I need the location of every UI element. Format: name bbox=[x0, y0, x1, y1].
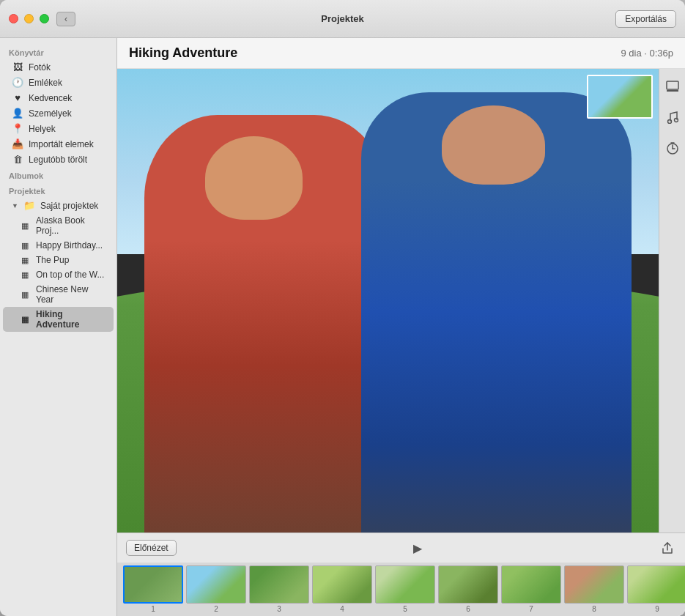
svg-rect-1 bbox=[667, 90, 678, 92]
filmstrip-thumb-9[interactable] bbox=[627, 565, 685, 604]
sidebar-item-my-projects[interactable]: ▼ 📁 Saját projektek bbox=[3, 198, 114, 213]
close-button[interactable] bbox=[9, 14, 18, 23]
maximize-button[interactable] bbox=[40, 14, 49, 23]
timer-tool[interactable] bbox=[664, 139, 681, 157]
filmstrip-num-8: 8 bbox=[592, 605, 596, 613]
places-icon: 📍 bbox=[12, 123, 23, 134]
filmstrip-thumb-5[interactable] bbox=[375, 565, 435, 604]
sidebar-imported-label: Importált elemek bbox=[29, 139, 94, 149]
share-button[interactable] bbox=[659, 539, 676, 557]
filmstrip-item-7[interactable]: 7 bbox=[501, 565, 561, 613]
alaska-label: Alaska Book Proj... bbox=[36, 215, 105, 236]
library-header: Könyvtár bbox=[0, 44, 116, 59]
back-icon: ‹ bbox=[64, 14, 67, 24]
sidebar-photos-label: Fotók bbox=[29, 62, 51, 73]
sidebar-item-deleted[interactable]: 🗑 Legutóbb törölt bbox=[3, 152, 114, 167]
filmstrip-thumb-7[interactable] bbox=[501, 565, 561, 604]
on-top-icon: ▦ bbox=[19, 270, 31, 280]
svg-point-2 bbox=[667, 120, 671, 124]
filmstrip-item-4[interactable]: 4 bbox=[312, 565, 372, 613]
filmstrip-num-7: 7 bbox=[529, 605, 533, 613]
filmstrip-item-3[interactable]: 3 bbox=[249, 565, 309, 613]
filmstrip-num-3: 3 bbox=[277, 605, 281, 613]
project-title: Hiking Adventure bbox=[129, 45, 237, 61]
filmstrip-num-6: 6 bbox=[466, 605, 470, 613]
sidebar-item-photos[interactable]: 🖼 Fotók bbox=[3, 59, 114, 75]
chinese-new-year-icon: ▦ bbox=[19, 290, 31, 300]
pup-icon: ▦ bbox=[19, 256, 31, 265]
filmstrip-thumb-6[interactable] bbox=[438, 565, 498, 604]
export-button[interactable]: Exportálás bbox=[615, 10, 676, 28]
sidebar-item-memories[interactable]: 🕐 Emlékek bbox=[3, 75, 114, 90]
filmstrip-num-1: 1 bbox=[151, 605, 155, 613]
sidebar-item-people[interactable]: 👤 Személyek bbox=[3, 105, 114, 121]
main-area: Könyvtár 🖼 Fotók 🕐 Emlékek ♥ Kedvencek 👤… bbox=[0, 38, 685, 616]
sidebar-item-places[interactable]: 📍 Helyek bbox=[3, 121, 114, 136]
sidebar-item-birthday[interactable]: ▦ Happy Birthday... bbox=[3, 238, 114, 253]
filmstrip-num-4: 4 bbox=[340, 605, 344, 613]
hiking-icon: ▦ bbox=[19, 315, 31, 324]
filmstrip-thumb-3[interactable] bbox=[249, 565, 309, 604]
viewer-area bbox=[117, 69, 685, 532]
favorites-icon: ♥ bbox=[12, 92, 23, 103]
albums-header: Albumok bbox=[0, 167, 116, 182]
birthday-label: Happy Birthday... bbox=[36, 240, 103, 251]
expand-icon: ▼ bbox=[12, 202, 18, 209]
filmstrip-thumb-8[interactable] bbox=[564, 565, 624, 604]
sidebar-item-hiking[interactable]: ▦ Hiking Adventure bbox=[3, 307, 114, 332]
my-projects-label: Saját projektek bbox=[40, 201, 98, 211]
person-woman bbox=[144, 115, 388, 532]
bottom-area: Előnézet ▶ 1 bbox=[117, 532, 685, 616]
sidebar-item-pup[interactable]: ▦ The Pup bbox=[3, 253, 114, 267]
preview-button[interactable]: Előnézet bbox=[126, 540, 177, 556]
on-top-label: On top of the W... bbox=[36, 270, 104, 280]
people-icon: 👤 bbox=[12, 108, 23, 119]
filmstrip-thumb-2[interactable] bbox=[186, 565, 246, 604]
sidebar-item-alaska[interactable]: ▦ Alaska Book Proj... bbox=[3, 213, 114, 238]
app-window: ‹ Projektek Exportálás Könyvtár 🖼 Fotók … bbox=[0, 0, 685, 616]
minimize-button[interactable] bbox=[24, 14, 34, 23]
sidebar-item-chinese-new-year[interactable]: ▦ Chinese New Year bbox=[3, 282, 114, 307]
thumbnail-tool[interactable] bbox=[664, 78, 681, 95]
project-header: Hiking Adventure 9 dia · 0:36p bbox=[117, 38, 685, 69]
filmstrip-num-5: 5 bbox=[403, 605, 407, 613]
project-meta: 9 dia · 0:36p bbox=[621, 48, 673, 59]
music-tool[interactable] bbox=[664, 108, 681, 126]
window-controls bbox=[9, 14, 49, 23]
imported-icon: 📥 bbox=[12, 138, 23, 149]
slide-thumbnail-overlay bbox=[587, 75, 653, 119]
filmstrip-item-8[interactable]: 8 bbox=[564, 565, 624, 613]
person-man bbox=[361, 92, 632, 532]
play-button[interactable]: ▶ bbox=[407, 538, 428, 558]
sidebar-item-imported[interactable]: 📥 Importált elemek bbox=[3, 136, 114, 152]
filmstrip-item-5[interactable]: 5 bbox=[375, 565, 435, 613]
back-button[interactable]: ‹ bbox=[56, 12, 75, 26]
sidebar-deleted-label: Legutóbb törölt bbox=[29, 155, 87, 165]
photos-icon: 🖼 bbox=[12, 62, 23, 73]
sidebar-item-favorites[interactable]: ♥ Kedvencek bbox=[3, 90, 114, 105]
playback-controls: Előnézet ▶ bbox=[117, 533, 685, 563]
slide-container[interactable] bbox=[117, 69, 659, 532]
tools-sidebar bbox=[659, 69, 685, 532]
filmstrip: 1 2 3 4 5 bbox=[117, 563, 685, 616]
hiking-label: Hiking Adventure bbox=[36, 309, 105, 330]
svg-rect-0 bbox=[667, 81, 678, 89]
filmstrip-item-6[interactable]: 6 bbox=[438, 565, 498, 613]
titlebar: ‹ Projektek Exportálás bbox=[0, 0, 685, 38]
sidebar-memories-label: Emlékek bbox=[29, 78, 62, 88]
filmstrip-thumb-1[interactable] bbox=[123, 565, 183, 604]
svg-point-3 bbox=[674, 119, 678, 122]
filmstrip-item-2[interactable]: 2 bbox=[186, 565, 246, 613]
filmstrip-thumb-4[interactable] bbox=[312, 565, 372, 604]
sidebar-places-label: Helyek bbox=[29, 124, 56, 134]
alaska-icon: ▦ bbox=[19, 221, 31, 231]
projects-header: Projektek bbox=[0, 182, 116, 198]
sidebar-people-label: Személyek bbox=[29, 108, 72, 119]
slide-image bbox=[117, 69, 659, 532]
sidebar-item-on-top[interactable]: ▦ On top of the W... bbox=[3, 267, 114, 282]
filmstrip-item-9[interactable]: 9 bbox=[627, 565, 685, 613]
sidebar: Könyvtár 🖼 Fotók 🕐 Emlékek ♥ Kedvencek 👤… bbox=[0, 38, 117, 616]
content-area: Hiking Adventure 9 dia · 0:36p bbox=[117, 38, 685, 616]
filmstrip-num-2: 2 bbox=[214, 605, 218, 613]
filmstrip-item-1[interactable]: 1 bbox=[123, 565, 183, 613]
